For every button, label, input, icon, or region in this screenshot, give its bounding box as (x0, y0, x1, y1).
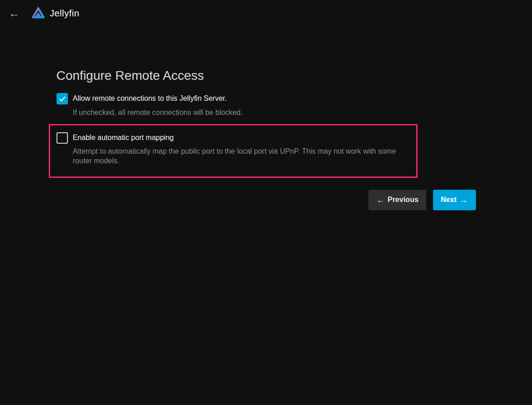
app-logo: Jellyfin (31, 6, 79, 21)
wizard-nav-buttons: ← Previous Next → (57, 190, 476, 210)
field-labels: Allow remote connections to this Jellyfi… (73, 93, 243, 118)
previous-button-label: Previous (387, 196, 418, 204)
port-mapping-description: Attempt to automatically map the public … (73, 147, 410, 166)
arrow-left-icon: ← (376, 196, 385, 204)
top-bar: ← Jellyfin (0, 0, 532, 26)
port-mapping-label[interactable]: Enable automatic port mapping (73, 133, 410, 143)
check-icon (58, 94, 67, 103)
port-mapping-checkbox[interactable] (57, 132, 68, 144)
app-name: Jellyfin (50, 8, 79, 19)
wizard-content: Configure Remote Access Allow remote con… (57, 26, 476, 210)
previous-button[interactable]: ← Previous (368, 190, 426, 210)
next-button-label: Next (441, 196, 457, 204)
arrow-right-icon: → (460, 196, 468, 204)
arrow-left-icon: ← (9, 8, 20, 19)
jellyfin-logo-icon (31, 6, 46, 21)
remote-connections-field: Allow remote connections to this Jellyfi… (57, 93, 476, 118)
next-button[interactable]: Next → (433, 190, 476, 210)
port-mapping-field: Enable automatic port mapping Attempt to… (49, 124, 418, 178)
field-labels: Enable automatic port mapping Attempt to… (73, 132, 410, 166)
page-title: Configure Remote Access (57, 68, 476, 83)
remote-connections-label[interactable]: Allow remote connections to this Jellyfi… (73, 94, 243, 104)
remote-connections-checkbox[interactable] (57, 93, 68, 104)
remote-connections-description: If unchecked, all remote connections wil… (73, 108, 243, 118)
back-button[interactable]: ← (5, 4, 24, 23)
